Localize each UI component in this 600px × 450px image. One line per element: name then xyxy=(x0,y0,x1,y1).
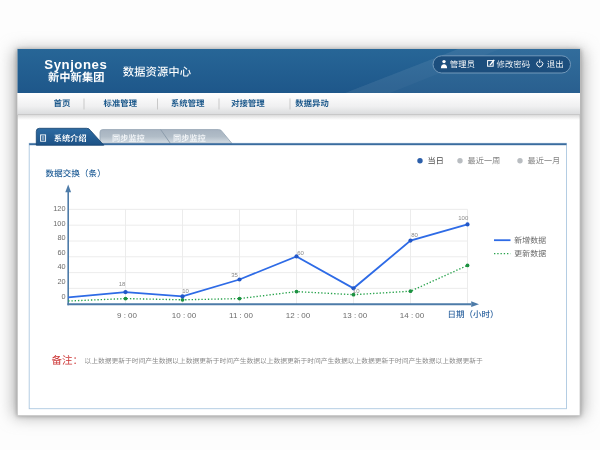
svg-text:10: 10 xyxy=(182,288,189,294)
svg-text:100: 100 xyxy=(458,215,469,221)
svg-text:13 : 00: 13 : 00 xyxy=(343,311,368,320)
svg-text:10 : 00: 10 : 00 xyxy=(172,311,197,320)
svg-text:40: 40 xyxy=(57,262,65,271)
svg-text:11 : 00: 11 : 00 xyxy=(229,311,253,320)
svg-text:80: 80 xyxy=(57,233,65,242)
svg-text:9 : 00: 9 : 00 xyxy=(117,311,138,320)
svg-text:Synjones: Synjones xyxy=(44,57,107,72)
svg-text:12 : 00: 12 : 00 xyxy=(286,311,311,320)
svg-text:100: 100 xyxy=(53,219,65,228)
svg-text:60: 60 xyxy=(57,248,65,257)
svg-text:120: 120 xyxy=(53,204,65,213)
svg-text:10: 10 xyxy=(353,288,360,294)
svg-text:14 : 00: 14 : 00 xyxy=(400,311,425,320)
svg-text:20: 20 xyxy=(57,277,65,286)
svg-text:60: 60 xyxy=(297,250,304,256)
svg-text:35: 35 xyxy=(231,272,238,278)
svg-text:0: 0 xyxy=(61,292,65,301)
svg-text:80: 80 xyxy=(411,232,418,238)
svg-text:18: 18 xyxy=(119,281,126,287)
